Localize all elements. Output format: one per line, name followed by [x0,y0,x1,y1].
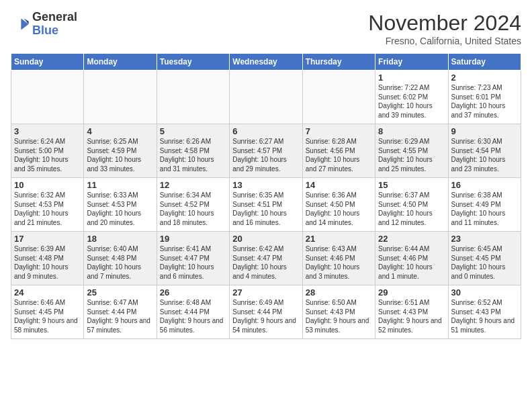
calendar-day: 1Sunrise: 7:22 AM Sunset: 6:02 PM Daylig… [375,71,448,124]
day-number: 8 [378,126,445,136]
calendar-day: 8Sunrise: 6:29 AM Sunset: 4:55 PM Daylig… [375,124,448,178]
day-number: 15 [378,180,445,190]
calendar-day: 19Sunrise: 6:41 AM Sunset: 4:47 PM Dayli… [157,232,229,285]
day-info: Sunrise: 6:27 AM Sunset: 4:57 PM Dayligh… [232,137,299,173]
day-info: Sunrise: 6:43 AM Sunset: 4:46 PM Dayligh… [306,244,372,281]
calendar-day: 21Sunrise: 6:43 AM Sunset: 4:46 PM Dayli… [302,232,375,285]
logo-line1: General [32,11,77,24]
day-info: Sunrise: 6:51 AM Sunset: 4:43 PM Dayligh… [378,298,445,334]
day-number: 6 [232,126,299,136]
calendar-day: 14Sunrise: 6:36 AM Sunset: 4:50 PM Dayli… [302,178,375,232]
day-info: Sunrise: 6:47 AM Sunset: 4:44 PM Dayligh… [87,298,153,334]
calendar-day: 20Sunrise: 6:42 AM Sunset: 4:47 PM Dayli… [230,232,302,285]
calendar-day [157,71,229,124]
calendar-week-4: 24Sunrise: 6:46 AM Sunset: 4:45 PM Dayli… [11,285,521,339]
calendar-day: 2Sunrise: 7:23 AM Sunset: 6:01 PM Daylig… [448,71,521,124]
day-info: Sunrise: 6:29 AM Sunset: 4:55 PM Dayligh… [378,137,445,173]
calendar-day [11,71,84,124]
day-number: 5 [160,126,226,136]
day-info: Sunrise: 7:23 AM Sunset: 6:01 PM Dayligh… [451,83,518,120]
day-info: Sunrise: 6:36 AM Sunset: 4:50 PM Dayligh… [306,191,372,227]
calendar-day: 18Sunrise: 6:40 AM Sunset: 4:48 PM Dayli… [84,232,157,285]
calendar-day: 30Sunrise: 6:52 AM Sunset: 4:43 PM Dayli… [448,285,521,339]
col-sunday: Sunday [11,54,84,71]
day-number: 12 [160,180,226,190]
calendar-week-3: 17Sunrise: 6:39 AM Sunset: 4:48 PM Dayli… [11,232,521,285]
calendar-day: 9Sunrise: 6:30 AM Sunset: 4:54 PM Daylig… [448,124,521,178]
calendar-day: 22Sunrise: 6:44 AM Sunset: 4:46 PM Dayli… [375,232,448,285]
calendar-day [302,71,375,124]
logo-icon [11,15,30,34]
calendar-day: 29Sunrise: 6:51 AM Sunset: 4:43 PM Dayli… [375,285,448,339]
logo-line2: Blue [32,24,77,38]
day-info: Sunrise: 6:44 AM Sunset: 4:46 PM Dayligh… [378,244,445,281]
day-info: Sunrise: 7:22 AM Sunset: 6:02 PM Dayligh… [378,83,445,120]
day-info: Sunrise: 6:52 AM Sunset: 4:43 PM Dayligh… [451,298,518,334]
day-info: Sunrise: 6:42 AM Sunset: 4:47 PM Dayligh… [232,244,299,281]
day-number: 11 [87,180,153,190]
calendar-day: 26Sunrise: 6:48 AM Sunset: 4:44 PM Dayli… [157,285,229,339]
calendar-day: 24Sunrise: 6:46 AM Sunset: 4:45 PM Dayli… [11,285,84,339]
day-number: 27 [232,287,299,298]
day-info: Sunrise: 6:48 AM Sunset: 4:44 PM Dayligh… [160,298,226,334]
day-number: 20 [232,234,299,244]
logo: General Blue [11,11,77,38]
day-info: Sunrise: 6:30 AM Sunset: 4:54 PM Dayligh… [451,137,518,173]
day-info: Sunrise: 6:24 AM Sunset: 5:00 PM Dayligh… [14,137,81,173]
calendar-day [230,71,302,124]
day-info: Sunrise: 6:50 AM Sunset: 4:43 PM Dayligh… [306,298,372,334]
location: Fresno, California, United States [368,36,521,46]
calendar-table: Sunday Monday Tuesday Wednesday Thursday… [11,53,521,339]
day-number: 25 [87,287,153,298]
day-number: 7 [306,126,372,136]
calendar-week-1: 3Sunrise: 6:24 AM Sunset: 5:00 PM Daylig… [11,124,521,178]
calendar-day: 27Sunrise: 6:49 AM Sunset: 4:44 PM Dayli… [230,285,302,339]
day-info: Sunrise: 6:39 AM Sunset: 4:48 PM Dayligh… [14,244,81,281]
calendar-day: 4Sunrise: 6:25 AM Sunset: 4:59 PM Daylig… [84,124,157,178]
calendar-day: 7Sunrise: 6:28 AM Sunset: 4:56 PM Daylig… [302,124,375,178]
day-info: Sunrise: 6:26 AM Sunset: 4:58 PM Dayligh… [160,137,226,173]
day-number: 18 [87,234,153,244]
calendar-day: 11Sunrise: 6:33 AM Sunset: 4:53 PM Dayli… [84,178,157,232]
calendar-day: 25Sunrise: 6:47 AM Sunset: 4:44 PM Dayli… [84,285,157,339]
day-number: 10 [14,180,81,190]
day-number: 19 [160,234,226,244]
col-monday: Monday [84,54,157,71]
day-info: Sunrise: 6:40 AM Sunset: 4:48 PM Dayligh… [87,244,153,281]
day-info: Sunrise: 6:38 AM Sunset: 4:49 PM Dayligh… [451,191,518,227]
day-number: 17 [14,234,81,244]
calendar-day: 10Sunrise: 6:32 AM Sunset: 4:53 PM Dayli… [11,178,84,232]
day-number: 26 [160,287,226,298]
header-row: Sunday Monday Tuesday Wednesday Thursday… [11,54,521,71]
calendar-day: 3Sunrise: 6:24 AM Sunset: 5:00 PM Daylig… [11,124,84,178]
day-number: 21 [306,234,372,244]
day-number: 30 [451,287,518,298]
day-number: 24 [14,287,81,298]
day-number: 23 [451,234,518,244]
header: General Blue November 2024 Fresno, Calif… [11,11,521,46]
calendar-day: 15Sunrise: 6:37 AM Sunset: 4:50 PM Dayli… [375,178,448,232]
day-info: Sunrise: 6:41 AM Sunset: 4:47 PM Dayligh… [160,244,226,281]
day-info: Sunrise: 6:37 AM Sunset: 4:50 PM Dayligh… [378,191,445,227]
day-number: 1 [378,73,445,83]
col-wednesday: Wednesday [230,54,302,71]
day-number: 22 [378,234,445,244]
day-info: Sunrise: 6:35 AM Sunset: 4:51 PM Dayligh… [232,191,299,227]
col-saturday: Saturday [448,54,521,71]
day-info: Sunrise: 6:45 AM Sunset: 4:45 PM Dayligh… [451,244,518,281]
day-number: 2 [451,73,518,83]
day-number: 16 [451,180,518,190]
day-number: 3 [14,126,81,136]
calendar-day: 28Sunrise: 6:50 AM Sunset: 4:43 PM Dayli… [302,285,375,339]
day-info: Sunrise: 6:28 AM Sunset: 4:56 PM Dayligh… [306,137,372,173]
day-number: 14 [306,180,372,190]
month-title: November 2024 [368,11,521,36]
calendar-body: 1Sunrise: 7:22 AM Sunset: 6:02 PM Daylig… [11,71,521,339]
calendar-day: 6Sunrise: 6:27 AM Sunset: 4:57 PM Daylig… [230,124,302,178]
calendar-day [84,71,157,124]
day-number: 9 [451,126,518,136]
col-friday: Friday [375,54,448,71]
day-info: Sunrise: 6:49 AM Sunset: 4:44 PM Dayligh… [232,298,299,334]
day-number: 4 [87,126,153,136]
day-info: Sunrise: 6:33 AM Sunset: 4:53 PM Dayligh… [87,191,153,227]
